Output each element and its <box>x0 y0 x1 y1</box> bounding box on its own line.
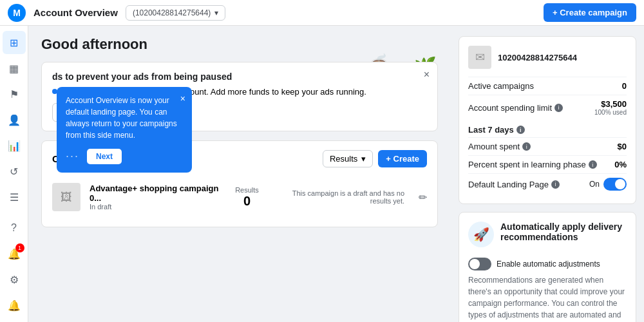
percent-learning-info-icon[interactable]: i <box>589 160 597 169</box>
account-avatar-icon: ✉ <box>468 46 491 69</box>
percent-learning-label: Percent spent in learning phase i <box>468 160 597 169</box>
campaign-row: 🖼 Advantage+ shopping campaign 0... In d… <box>52 176 427 218</box>
results-label: Results <box>330 154 357 164</box>
spending-limit-sub: 100% used <box>594 109 627 116</box>
edit-icon[interactable]: ✏ <box>419 191 427 204</box>
alert-close-button[interactable]: × <box>424 69 430 80</box>
sidebar-item-chart[interactable]: 📊 <box>3 134 26 157</box>
tooltip-popup: × Account Overview is now your default l… <box>57 87 192 173</box>
tooltip-close-button[interactable]: × <box>180 92 185 106</box>
default-landing-on-label: On <box>589 180 600 189</box>
last7days-info-icon[interactable]: i <box>516 126 525 134</box>
delivery-title: Automatically apply delivery recommendat… <box>500 222 627 242</box>
sidebar-item-flag[interactable]: ⚑ <box>3 82 26 106</box>
amount-spent-info-icon[interactable]: i <box>522 142 531 151</box>
sidebar-item-home[interactable]: ⊞ <box>3 31 26 54</box>
dropdown-chevron-icon: ▾ <box>361 154 366 164</box>
account-id-display: 10200428814275644 <box>498 53 577 62</box>
default-landing-info-icon[interactable]: i <box>551 180 560 189</box>
toggle-knob <box>615 179 625 189</box>
results-label-row: Results <box>228 186 267 194</box>
amount-spent-value: $0 <box>618 142 627 151</box>
amount-spent-row: Amount spent i $0 <box>468 137 627 155</box>
meta-logo: M <box>8 4 26 22</box>
default-landing-row: Default Landing Page i On <box>468 173 627 194</box>
spending-limit-info-icon[interactable]: i <box>554 104 563 112</box>
campaign-note: This campaign is a draft and has no resu… <box>276 189 410 205</box>
notification-badge: 1 <box>15 243 24 252</box>
chevron-down-icon: ▾ <box>214 8 218 17</box>
sidebar-item-rotate[interactable]: ↺ <box>3 160 26 183</box>
toggle-knob-off <box>469 259 480 269</box>
active-campaigns-value: 0 <box>622 81 627 91</box>
campaign-status: In draft <box>90 203 219 211</box>
sidebar-item-notifications[interactable]: 🔔 1 <box>3 242 26 265</box>
account-id-label: (10200428814275644) <box>133 8 211 17</box>
percent-learning-value: 0% <box>614 160 627 169</box>
delivery-description: Recommendations are generated when there… <box>468 274 627 322</box>
default-landing-label: Default Landing Page i <box>468 180 560 189</box>
sidebar-item-gear[interactable]: ⚙ <box>3 268 26 291</box>
percent-learning-row: Percent spent in learning phase i 0% <box>468 155 627 173</box>
spending-limit-row: Account spending limit i $3,500 100% use… <box>468 95 627 120</box>
spending-limit-value: $3,500 <box>594 99 627 109</box>
create-campaign-button[interactable]: + Create campaign <box>544 3 636 22</box>
tooltip-dots: ··· <box>66 147 79 165</box>
amount-spent-label: Amount spent i <box>468 142 531 151</box>
enable-adjustments-row: Enable automatic adjustments <box>468 254 627 274</box>
last7days-header: Last 7 days i <box>468 120 627 137</box>
enable-adjustments-label: Enable automatic adjustments <box>497 260 600 269</box>
top-nav: M Account Overview (10200428814275644) ▾… <box>0 0 644 26</box>
sidebar-item-help[interactable]: ? <box>3 216 26 240</box>
account-overview-card: ✉ 10200428814275644 Active campaigns 0 A… <box>459 36 636 204</box>
sidebar-item-grid[interactable]: ▦ <box>3 57 26 80</box>
active-campaigns-row: Active campaigns 0 <box>468 77 627 95</box>
results-dropdown[interactable]: Results ▾ <box>323 150 373 167</box>
campaign-name: Advantage+ shopping campaign 0... <box>90 184 219 203</box>
active-campaigns-label: Active campaigns <box>468 81 534 91</box>
default-landing-toggle[interactable] <box>603 178 627 191</box>
main-content: × Account Overview is now your default l… <box>28 26 451 322</box>
right-panel: ✉ 10200428814275644 Active campaigns 0 A… <box>451 26 644 322</box>
results-value: 0 <box>228 194 267 209</box>
sidebar-item-people[interactable]: 👤 <box>3 108 26 131</box>
account-selector[interactable]: (10200428814275644) ▾ <box>126 5 225 21</box>
alert-title: ds to prevent your ads from being paused <box>52 71 427 82</box>
spending-limit-label: Account spending limit i <box>468 103 563 113</box>
page-title: Account Overview <box>33 7 118 18</box>
campaign-thumbnail: 🖼 <box>52 183 80 211</box>
sidebar: ⊞ ▦ ⚑ 👤 📊 ↺ ☰ ? 🔔 1 ⚙ 🔔 <box>0 26 28 322</box>
sidebar-item-bell[interactable]: 🔔 <box>3 294 26 317</box>
delivery-recommendations-card: 🚀 Automatically apply delivery recommend… <box>459 212 636 322</box>
sidebar-item-menu[interactable]: ☰ <box>3 185 26 209</box>
delivery-icon: 🚀 <box>468 222 494 247</box>
tooltip-text: Account Overview is now your default lan… <box>66 95 183 141</box>
main-layout: ⊞ ▦ ⚑ 👤 📊 ↺ ☰ ? 🔔 1 ⚙ 🔔 × Account Overvi… <box>0 26 644 322</box>
create-button[interactable]: + Create <box>378 150 427 167</box>
tooltip-next-button[interactable]: Next <box>87 149 122 164</box>
enable-adjustments-toggle[interactable] <box>468 258 491 270</box>
